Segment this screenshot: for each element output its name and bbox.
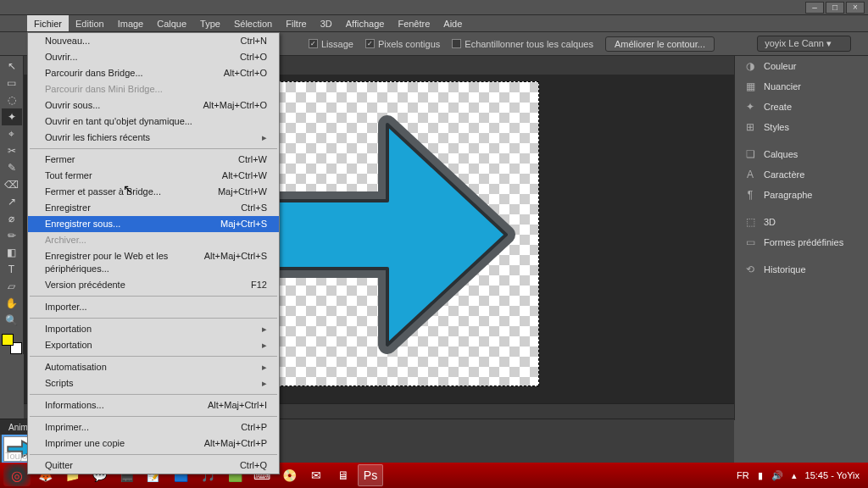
menu-item-shortcut: Alt+Ctrl+W xyxy=(222,169,267,182)
menu-item-label: Ouvrir sous... xyxy=(45,99,100,112)
menu-3d[interactable]: 3D xyxy=(314,15,339,31)
tool-12[interactable]: T xyxy=(2,261,22,278)
menu-item-ouvrir-sous[interactable]: Ouvrir sous...Alt+Maj+Ctrl+O xyxy=(28,97,279,114)
menu-item-imprimer-une-copie[interactable]: Imprimer une copieAlt+Maj+Ctrl+P xyxy=(28,435,279,452)
menu-item-ouvrir-les-fichiers-r-cents[interactable]: Ouvrir les fichiers récents xyxy=(28,130,279,146)
menu-item-tout-fermer[interactable]: Tout fermerAlt+Ctrl+W xyxy=(28,168,279,184)
menu-type[interactable]: Type xyxy=(193,15,227,31)
workspace-selector[interactable]: yoyix Le Cann ▾ xyxy=(757,36,851,52)
menu-item-importer[interactable]: Importer... xyxy=(28,299,279,315)
menu-item-enregistrer-pour-le-web-et-les-p-riph-riques[interactable]: Enregistrer pour le Web et les périphéri… xyxy=(28,248,279,277)
tool-2[interactable]: ◌ xyxy=(2,92,22,108)
panel-create[interactable]: ✦Create xyxy=(735,97,868,117)
menu-item-enregistrer-sous[interactable]: Enregistrer sous...Maj+Ctrl+S xyxy=(28,216,279,232)
tray-volume-icon[interactable]: 🔊 xyxy=(771,470,783,481)
menu-fenêtre[interactable]: Fenêtre xyxy=(391,15,437,31)
tool-3[interactable]: ✦ xyxy=(2,108,22,125)
menu-item-fermer-et-passer-bridge[interactable]: Fermer et passer à Bridge...Maj+Ctrl+W xyxy=(28,184,279,200)
tool-5[interactable]: ✂ xyxy=(2,142,22,159)
sample-all-checkbox[interactable]: Echantillonner tous les calques xyxy=(452,39,593,49)
menu-item-enregistrer[interactable]: EnregistrerCtrl+S xyxy=(28,200,279,216)
menu-item-shortcut: Maj+Ctrl+S xyxy=(220,218,267,230)
menu-item-shortcut: Alt+Maj+Ctrl+I xyxy=(208,399,267,412)
panel-paragraphe[interactable]: ¶Paragraphe xyxy=(735,185,868,205)
tray-chevron-icon[interactable]: ▴ xyxy=(792,470,797,481)
menu-item-shortcut: Maj+Ctrl+W xyxy=(218,186,267,198)
color-swatches[interactable] xyxy=(2,334,22,354)
tool-11[interactable]: ◧ xyxy=(2,244,22,261)
menu-calque[interactable]: Calque xyxy=(150,15,193,31)
taskbar-app-11[interactable]: 🖥 xyxy=(331,464,356,486)
menu-item-shortcut: Ctrl+P xyxy=(241,421,267,434)
menu-item-nouveau[interactable]: Nouveau...Ctrl+N xyxy=(28,33,279,49)
caractère-icon: A xyxy=(743,169,757,180)
panel-styles[interactable]: ⊞Styles xyxy=(735,117,868,137)
tool-6[interactable]: ✎ xyxy=(2,159,22,176)
menu-sélection[interactable]: Sélection xyxy=(227,15,279,31)
menu-item-fermer[interactable]: FermerCtrl+W xyxy=(28,152,279,168)
tool-9[interactable]: ⌀ xyxy=(2,210,22,227)
tool-8[interactable]: ↗ xyxy=(2,193,22,210)
menu-image[interactable]: Image xyxy=(111,15,151,31)
menu-item-archiver: Archiver... xyxy=(28,232,279,248)
menu-item-informations[interactable]: Informations...Alt+Maj+Ctrl+I xyxy=(28,397,279,413)
tray-lang[interactable]: FR xyxy=(737,470,749,480)
panel-calques[interactable]: ❏Calques xyxy=(735,144,868,164)
menu-item-scripts[interactable]: Scripts xyxy=(28,375,279,391)
tool-0[interactable]: ↖ xyxy=(2,58,22,75)
close-button[interactable]: × xyxy=(846,2,865,14)
menu-filtre[interactable]: Filtre xyxy=(279,15,313,31)
menu-item-ouvrir[interactable]: Ouvrir...Ctrl+O xyxy=(28,49,279,65)
tray-flag-icon[interactable]: ▮ xyxy=(758,470,763,481)
panel-historique[interactable]: ⟲Historique xyxy=(735,259,868,280)
menu-item-label: Ouvrir... xyxy=(45,51,78,64)
menu-item-importation[interactable]: Importation xyxy=(28,321,279,337)
tool-7[interactable]: ⌫ xyxy=(2,176,22,193)
maximize-button[interactable]: □ xyxy=(826,2,844,14)
file-menu-dropdown: Nouveau...Ctrl+NOuvrir...Ctrl+OParcourir… xyxy=(27,32,280,474)
panel-caractère[interactable]: ACaractère xyxy=(735,164,868,185)
create-icon: ✦ xyxy=(743,101,757,113)
tool-15[interactable]: 🔍 xyxy=(2,312,22,329)
menu-item-parcourir-dans-bridge[interactable]: Parcourir dans Bridge...Alt+Ctrl+O xyxy=(28,65,279,81)
menu-item-ouvrir-en-tant-qu-objet-dynamique[interactable]: Ouvrir en tant qu'objet dynamique... xyxy=(28,114,279,130)
minimize-button[interactable]: – xyxy=(805,2,824,14)
tool-14[interactable]: ✋ xyxy=(2,295,22,312)
menu-item-quitter[interactable]: QuitterCtrl+Q xyxy=(28,458,279,474)
tool-10[interactable]: ✏ xyxy=(2,227,22,244)
menu-item-exportation[interactable]: Exportation xyxy=(28,337,279,353)
menu-item-automatisation[interactable]: Automatisation xyxy=(28,359,279,375)
menu-aide[interactable]: Aide xyxy=(437,15,469,31)
tool-13[interactable]: ▱ xyxy=(2,278,22,295)
taskbar-app-9[interactable]: 📀 xyxy=(276,464,302,486)
contiguous-checkbox[interactable]: ✓Pixels contigus xyxy=(365,39,440,49)
workspace-label: yoyix Le Cann xyxy=(765,38,824,48)
sample-all-label: Echantillonner tous les calques xyxy=(465,39,593,49)
menu-item-label: Fermer xyxy=(45,153,75,166)
panel-label: Calques xyxy=(764,149,798,159)
panel-label: Paragraphe xyxy=(764,190,813,200)
menu-item-version-pr-c-dente[interactable]: Version précédenteF12 xyxy=(28,277,279,293)
tray-clock[interactable]: 15:45 - YoYix xyxy=(805,471,860,480)
system-tray: FR ▮ 🔊 ▴ 15:45 - YoYix xyxy=(737,470,865,481)
panel-formes-prédéfinies[interactable]: ▭Formes prédéfinies xyxy=(735,232,868,252)
menu-item-shortcut: Alt+Ctrl+O xyxy=(224,67,267,80)
taskbar-app-10[interactable]: ✉ xyxy=(303,464,329,486)
canvas[interactable] xyxy=(234,81,539,386)
panel-nuancier[interactable]: ▦Nuancier xyxy=(735,76,868,97)
menu-item-shortcut: F12 xyxy=(251,279,267,291)
menu-item-label: Enregistrer sous... xyxy=(45,218,120,230)
panel-couleur[interactable]: ◑Couleur xyxy=(735,56,868,76)
refine-edge-button[interactable]: Améliorer le contour... xyxy=(605,36,715,52)
tool-4[interactable]: ⌖ xyxy=(2,125,22,142)
antialias-label: Lissage xyxy=(321,39,353,49)
menu-fichier[interactable]: Fichier xyxy=(27,15,69,31)
taskbar-app-12[interactable]: Ps xyxy=(358,464,383,486)
antialias-checkbox[interactable]: ✓Lissage xyxy=(309,39,353,49)
tool-1[interactable]: ▭ xyxy=(2,75,22,92)
panel-3d[interactable]: ⬚3D xyxy=(735,212,868,232)
menu-edition[interactable]: Edition xyxy=(69,15,111,31)
menu-item-shortcut: Ctrl+Q xyxy=(240,459,267,472)
menu-item-imprimer[interactable]: Imprimer...Ctrl+P xyxy=(28,419,279,435)
menu-affichage[interactable]: Affichage xyxy=(339,15,392,31)
